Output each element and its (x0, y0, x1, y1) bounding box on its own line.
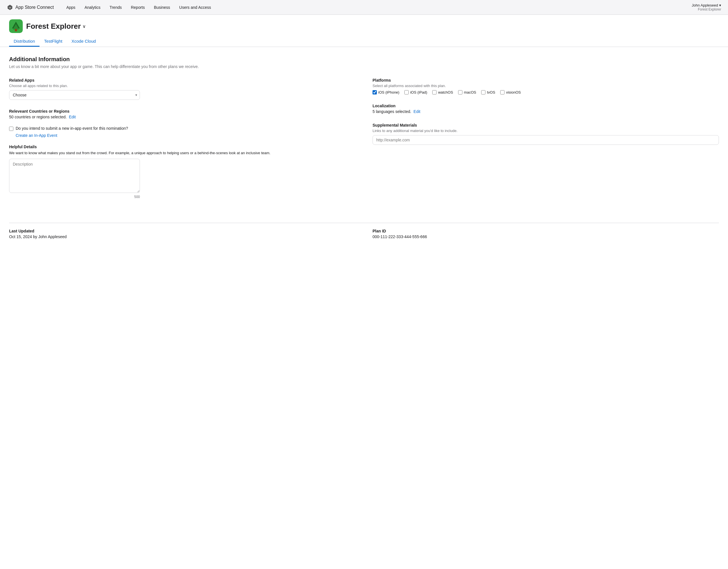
platform-ios-ipad-checkbox[interactable] (404, 90, 409, 94)
textarea-char-count: 500 (9, 195, 140, 199)
app-name-chevron-icon[interactable]: ∨ (82, 24, 86, 29)
navbar-user[interactable]: John Appleseed ▾ Forest Explorer (692, 3, 721, 11)
plan-id-field: Plan ID 000-111-222-333-444-555-666 (373, 229, 719, 239)
navbar-chevron-icon: ▾ (719, 3, 721, 7)
supplemental-label: Supplemental Materials (373, 123, 719, 127)
last-updated-field: Last Updated Oct 15, 2024 by John Apples… (9, 229, 355, 239)
svg-rect-3 (15, 29, 17, 31)
platforms-label: Platforms (373, 78, 719, 82)
form-grid: Related Apps Choose all apps related to … (9, 78, 719, 206)
nav-analytics[interactable]: Analytics (81, 3, 104, 11)
navbar: App Store Connect Apps Analytics Trends … (0, 0, 728, 15)
platform-tvos-checkbox[interactable] (481, 90, 485, 94)
supplemental-url-input[interactable] (373, 135, 719, 145)
platform-ios-iphone-checkbox[interactable] (373, 90, 377, 94)
footer-section: Last Updated Oct 15, 2024 by John Apples… (9, 223, 719, 239)
in-app-event-field: Do you intend to submit a new in-app eve… (9, 126, 355, 138)
app-header-top: Forest Explorer ∨ (9, 19, 719, 33)
appstore-connect-icon (7, 4, 13, 11)
platform-macos-label: macOS (464, 90, 476, 94)
platform-ios-ipad[interactable]: iOS (iPad) (404, 90, 427, 94)
localization-field: Localization 5 languages selected. Edit (373, 103, 719, 114)
nav-business[interactable]: Business (150, 3, 173, 11)
app-header: Forest Explorer ∨ Distribution TestFligh… (0, 15, 728, 47)
localization-label: Localization (373, 103, 719, 108)
localization-edit-link[interactable]: Edit (413, 109, 420, 114)
page-subtitle: Let us know a bit more about your app or… (9, 64, 719, 69)
tab-xcode-cloud[interactable]: Xcode Cloud (67, 36, 100, 47)
right-column: Platforms Select all platforms associate… (373, 78, 719, 206)
platform-tvos[interactable]: tvOS (481, 90, 495, 94)
platforms-row: iOS (iPhone) iOS (iPad) watchOS macOS (373, 90, 719, 94)
platform-visionos[interactable]: visionOS (500, 90, 521, 94)
countries-label: Releveant Countries or Regions (9, 109, 355, 113)
supplemental-desc: Links to any additional material you'd l… (373, 129, 719, 133)
create-in-app-event-link[interactable]: Create an In-App Event (16, 133, 57, 138)
tab-distribution[interactable]: Distribution (9, 36, 40, 47)
in-app-event-checkbox[interactable] (9, 127, 13, 131)
navbar-user-app: Forest Explorer (698, 7, 721, 11)
nav-trends[interactable]: Trends (106, 3, 125, 11)
app-icon (9, 19, 23, 33)
helpful-details-desc: We want to know what makes you stand out… (9, 150, 355, 156)
last-updated-value: Oct 15, 2024 by John Appleseed (9, 234, 355, 239)
navbar-links: Apps Analytics Trends Reports Business U… (63, 3, 692, 11)
description-textarea-wrapper: 500 (9, 159, 140, 199)
last-updated-label: Last Updated (9, 229, 355, 233)
localization-desc: 5 languages selected. Edit (373, 109, 719, 114)
helpful-details-label: Helpful Details (9, 144, 355, 149)
related-apps-field: Related Apps Choose all apps related to … (9, 78, 355, 100)
page-title: Additional Information (9, 56, 719, 63)
platform-ios-ipad-label: iOS (iPad) (410, 90, 427, 94)
platform-visionos-label: visionOS (506, 90, 521, 94)
plan-id-label: Plan ID (373, 229, 719, 233)
nav-apps[interactable]: Apps (63, 3, 79, 11)
platforms-desc: Select all platforms associated with thi… (373, 84, 719, 88)
countries-desc: 50 countries or regions selected. Edit (9, 115, 355, 119)
related-apps-desc: Choose all apps related to this plan. (9, 84, 355, 88)
app-name-row: Forest Explorer ∨ (26, 22, 86, 31)
platform-watchos[interactable]: watchOS (432, 90, 453, 94)
related-apps-section: Related Apps Choose all apps related to … (9, 78, 355, 206)
in-app-event-label[interactable]: Do you intend to submit a new in-app eve… (16, 126, 128, 131)
supplemental-field: Supplemental Materials Links to any addi… (373, 123, 719, 145)
platform-watchos-label: watchOS (438, 90, 453, 94)
navbar-brand[interactable]: App Store Connect (7, 4, 54, 11)
tab-testflight[interactable]: TestFlight (40, 36, 67, 47)
platform-tvos-label: tvOS (487, 90, 495, 94)
navbar-brand-text: App Store Connect (15, 5, 54, 10)
navbar-user-name: John Appleseed ▾ (692, 3, 721, 7)
platform-watchos-checkbox[interactable] (432, 90, 437, 94)
nav-users-access[interactable]: Users and Access (176, 3, 214, 11)
related-apps-select[interactable]: Choose (9, 90, 140, 100)
platforms-field: Platforms Select all platforms associate… (373, 78, 719, 94)
main-content: Additional Information Let us know a bit… (0, 47, 728, 569)
platform-macos-checkbox[interactable] (458, 90, 462, 94)
countries-edit-link[interactable]: Edit (69, 115, 76, 119)
description-textarea[interactable] (9, 159, 140, 193)
related-apps-label: Related Apps (9, 78, 355, 82)
app-tabs: Distribution TestFlight Xcode Cloud (9, 36, 719, 47)
platform-visionos-checkbox[interactable] (500, 90, 504, 94)
nav-reports[interactable]: Reports (127, 3, 148, 11)
helpful-details-field: Helpful Details We want to know what mak… (9, 144, 355, 199)
related-apps-select-wrapper: Choose ▾ (9, 90, 140, 100)
countries-field: Releveant Countries or Regions 50 countr… (9, 109, 355, 119)
platform-macos[interactable]: macOS (458, 90, 476, 94)
app-name: Forest Explorer (26, 22, 81, 31)
plan-id-value: 000-111-222-333-444-555-666 (373, 234, 719, 239)
platform-ios-iphone[interactable]: iOS (iPhone) (373, 90, 399, 94)
platform-ios-iphone-label: iOS (iPhone) (378, 90, 399, 94)
in-app-event-checkbox-row: Do you intend to submit a new in-app eve… (9, 126, 355, 131)
